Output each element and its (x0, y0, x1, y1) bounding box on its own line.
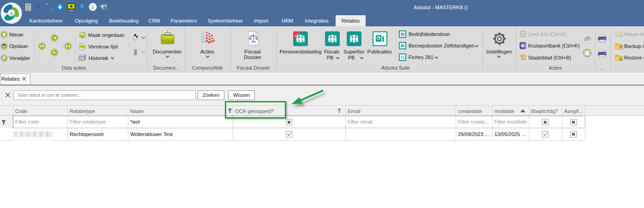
svg-text:C: C (401, 55, 403, 59)
svg-text:a: a (10, 10, 13, 17)
svg-text:be: be (522, 33, 525, 36)
